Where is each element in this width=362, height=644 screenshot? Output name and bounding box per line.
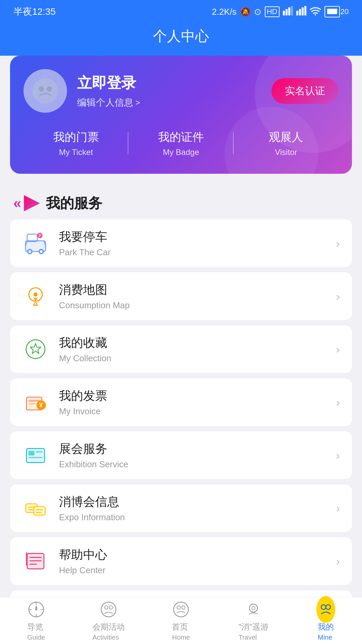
menu-list: P 我要停车 Park The Car › 消费地图 Consumption M… xyxy=(0,219,362,644)
park-arrow-icon: › xyxy=(336,237,340,250)
menu-item-expo[interactable]: 消博会信息 Expo Information › xyxy=(10,484,352,532)
svg-point-63 xyxy=(249,604,257,612)
double-chevron-icon: « xyxy=(13,196,21,210)
services-section-header: « 我的服务 xyxy=(0,184,362,219)
nav-mine-label: 我的 Mine xyxy=(318,622,334,642)
svg-point-50 xyxy=(35,608,37,610)
svg-marker-55 xyxy=(35,605,38,609)
svg-rect-5 xyxy=(299,9,301,15)
svg-point-16 xyxy=(40,250,43,253)
avatar xyxy=(23,69,67,113)
real-name-button[interactable]: 实名认证 xyxy=(272,78,339,104)
menu-item-exhibition[interactable]: 展会服务 Exhibition Service › xyxy=(10,431,352,479)
svg-point-66 xyxy=(326,605,330,609)
invoice-arrow-icon: › xyxy=(336,396,340,409)
svg-point-61 xyxy=(177,606,180,609)
svg-rect-32 xyxy=(28,451,35,455)
svg-point-10 xyxy=(39,86,44,92)
profile-edit[interactable]: 编辑个人信息 > xyxy=(77,96,140,109)
menu-item-map[interactable]: 消费地图 Consumption Map › xyxy=(10,272,352,320)
tab-ticket[interactable]: 我的门票 My Ticket xyxy=(23,129,128,157)
home-icon xyxy=(172,600,190,619)
play-triangle-icon xyxy=(24,195,40,211)
svg-text:¥: ¥ xyxy=(39,402,43,409)
svg-rect-34 xyxy=(36,451,43,453)
map-icon xyxy=(22,283,49,310)
expo-arrow-icon: › xyxy=(336,502,340,515)
svg-rect-3 xyxy=(291,6,293,15)
status-icons: 2.2K/s 🔕 ⊙ HD 20 xyxy=(212,6,349,18)
edit-arrow-icon: > xyxy=(135,98,140,107)
tab-badge[interactable]: 我的证件 My Badge xyxy=(128,129,233,157)
compass-icon xyxy=(27,600,46,619)
svg-point-15 xyxy=(28,250,31,253)
mute-icon: 🔕 xyxy=(240,7,251,17)
wifi-icon xyxy=(310,6,321,18)
page-title: 个人中心 xyxy=(153,28,209,44)
svg-rect-7 xyxy=(304,6,306,15)
status-bar: 半夜12:35 2.2K/s 🔕 ⊙ HD 20 xyxy=(0,0,362,23)
collection-arrow-icon: › xyxy=(336,343,340,356)
nav-item-activities[interactable]: 会期活动 Activities xyxy=(72,597,145,644)
svg-point-11 xyxy=(47,86,52,92)
svg-text:P: P xyxy=(39,233,42,238)
network-speed: 2.2K/s xyxy=(212,7,237,17)
svg-point-64 xyxy=(252,606,255,610)
nav-home-label: 首页 Home xyxy=(172,622,190,642)
menu-item-invoice[interactable]: ¥ 我的发票 My Invoice › xyxy=(10,378,352,426)
bottom-nav: 导览 Guide 会期活动 Activities xyxy=(0,597,362,644)
svg-point-9 xyxy=(33,78,58,104)
svg-point-62 xyxy=(182,606,185,609)
nav-item-home[interactable]: 首页 Home xyxy=(145,597,217,644)
svg-rect-2 xyxy=(288,7,290,15)
tab-visitor[interactable]: 观展人 Visitor xyxy=(234,129,339,157)
nav-guide-label: 导览 Guide xyxy=(27,622,45,642)
svg-point-65 xyxy=(321,605,326,609)
exhibition-arrow-icon: › xyxy=(336,449,340,462)
svg-rect-17 xyxy=(27,234,37,241)
star-icon xyxy=(22,336,49,363)
signal2-icon xyxy=(296,6,306,18)
expo-icon xyxy=(22,495,49,522)
menu-item-collection[interactable]: 我的收藏 My Collection › xyxy=(10,325,352,373)
exhibition-icon xyxy=(22,442,49,469)
svg-rect-27 xyxy=(28,400,40,402)
svg-rect-4 xyxy=(296,11,298,15)
svg-rect-6 xyxy=(302,7,304,15)
nav-item-guide[interactable]: 导览 Guide xyxy=(0,597,72,644)
profile-card: 立即登录 编辑个人信息 > 实名认证 我的门票 My Ticket 我的证件 M… xyxy=(10,56,352,174)
page-header: 个人中心 xyxy=(0,23,362,56)
nav-activities-label: 会期活动 Activities xyxy=(93,622,125,642)
svg-rect-28 xyxy=(28,403,36,405)
hd-icon: HD xyxy=(265,6,280,17)
services-section-icon: « xyxy=(13,195,40,211)
battery-icon: 20 xyxy=(324,6,349,17)
svg-point-58 xyxy=(109,606,113,609)
svg-rect-0 xyxy=(283,11,285,15)
svg-marker-59 xyxy=(108,603,109,605)
menu-item-park[interactable]: P 我要停车 Park The Car › xyxy=(10,219,352,267)
nav-item-mine[interactable]: 我的 Mine xyxy=(290,597,362,644)
svg-rect-1 xyxy=(286,9,288,15)
invoice-icon: ¥ xyxy=(22,389,49,416)
help-icon xyxy=(22,548,49,575)
mine-icon xyxy=(316,600,335,619)
svg-rect-36 xyxy=(34,506,45,515)
alarm-icon: ⊙ xyxy=(254,7,261,17)
nav-item-travel[interactable]: "消"遥游 Travel xyxy=(217,597,290,644)
park-icon: P xyxy=(22,230,49,257)
activities-icon xyxy=(99,600,118,619)
svg-point-57 xyxy=(105,606,108,609)
help-arrow-icon: › xyxy=(336,555,340,568)
svg-point-21 xyxy=(34,292,38,297)
services-title: 我的服务 xyxy=(46,194,102,213)
svg-rect-45 xyxy=(26,552,27,566)
svg-point-60 xyxy=(174,602,188,617)
svg-marker-25 xyxy=(30,343,41,354)
svg-point-8 xyxy=(315,14,316,15)
signal1-icon xyxy=(283,6,293,18)
menu-item-help[interactable]: 帮助中心 Help Center › xyxy=(10,537,352,585)
nav-travel-label: "消"遥游 Travel xyxy=(238,622,268,642)
profile-tabs: 我的门票 My Ticket 我的证件 My Badge 观展人 Visitor xyxy=(23,129,339,157)
svg-rect-33 xyxy=(28,457,43,458)
